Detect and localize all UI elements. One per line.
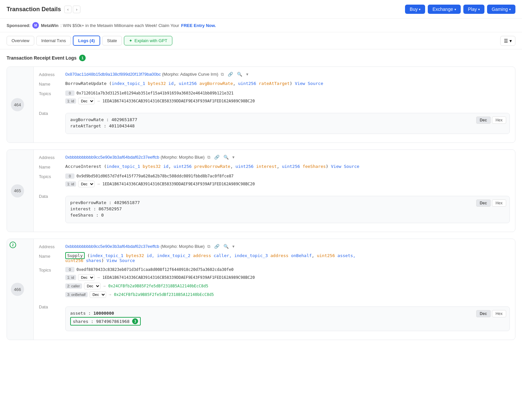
address-link-466[interactable]: 0xbbbbbbbbbb9cc5e90e3b3af64bdaf62c37eeff…	[65, 244, 159, 249]
log-topics-row-466: Topics 0 0xedf8870433c83823eb071d3df1caa…	[39, 267, 510, 300]
view-source-464[interactable]: View Source	[295, 81, 323, 86]
arrow-icon: →	[97, 182, 101, 186]
copy-icon[interactable]: ⧉	[206, 244, 212, 249]
chevron-down-icon[interactable]: ▾	[231, 244, 236, 249]
explain-gpt-label: Explain with GPT	[134, 38, 167, 43]
chevron-down-icon: ▾	[419, 8, 420, 11]
data-buttons-466: Dec Hex	[476, 310, 506, 317]
data-line: rateAtTarget : 4011043448	[70, 123, 505, 128]
log-name-466: Supply (index_topic_1 bytes32 id, index_…	[65, 253, 510, 263]
arrow-icon: →	[108, 292, 112, 297]
metawin-brand: MetaWin	[41, 23, 58, 28]
dec-button[interactable]: Dec	[476, 310, 491, 317]
hex-button[interactable]: Hex	[492, 117, 506, 124]
chevron-down-icon: ▾	[478, 8, 480, 11]
log-name-row-465: Name AccrueInterest (index_topic_1 bytes…	[39, 164, 510, 170]
topic-row: 0 0x9d9bd501d0657d7dfe415f779a620a62b78b…	[65, 173, 510, 179]
sponsored-label: Sponsored:	[7, 23, 30, 28]
tab-internal-txns[interactable]: Internal Txns	[36, 36, 71, 45]
header-left: Transaction Details ‹ ›	[7, 6, 80, 13]
link-icon[interactable]: 🔗	[213, 155, 221, 160]
topic-row: 1: id DecHex → 1EDA1B67414336CAB3914316C…	[65, 98, 510, 104]
data-section-466: Dec Hex assets : 10000000 shares : 98749…	[65, 306, 510, 331]
view-source-465[interactable]: View Source	[331, 164, 359, 169]
view-source-466[interactable]: View Source	[106, 258, 135, 263]
buy-menu-button[interactable]: Buy ▾	[405, 5, 425, 14]
topic-select[interactable]: DecHex	[78, 274, 95, 281]
hex-button[interactable]: Hex	[492, 310, 506, 317]
log-body-466: Address 0xbbbbbbbbbb9cc5e90e3b3af64bdaf6…	[34, 239, 515, 340]
data-line: avgBorrowRate : 4029651877	[70, 117, 505, 122]
log-data-row-466: Data Dec Hex assets : 10000000 shares : …	[39, 304, 510, 331]
section-title-text: Transaction Receipt Event Logs	[7, 55, 76, 61]
play-menu-button[interactable]: Play ▾	[463, 5, 484, 14]
address-link-464[interactable]: 0x870ac11d48b15db9a138cf899d20f13f79ba00…	[65, 72, 161, 77]
address-meta-465: (Morpho: Morpho Blue)	[160, 155, 205, 160]
log-data-row-464: Data Dec Hex avgBorrowRate : 4029651877 …	[39, 110, 510, 134]
link-icon[interactable]: 🔗	[226, 72, 234, 77]
nav-next-button[interactable]: ›	[73, 6, 80, 13]
tabs-right: ☰ ▾	[500, 36, 515, 46]
zoom-icon[interactable]: 🔍	[236, 72, 244, 77]
exchange-menu-button[interactable]: Exchange ▾	[428, 5, 460, 14]
topic-row: 0 0x7120161a7b3d31251e01294ab351ef15a41b…	[65, 91, 510, 96]
sponsored-text: : WIN $50k+ in the Metawin Millionaire e…	[61, 23, 179, 28]
topic-row: 1: id DecHex → 1EDA1B67414336CAB3914316C…	[65, 274, 510, 281]
topic-select[interactable]: DecHex	[84, 283, 101, 289]
log-topics-466: 0 0xedf8870433c83823eb071d3df1caa8d008f1…	[65, 267, 510, 300]
section-title: Transaction Receipt Event Logs 1	[7, 55, 515, 61]
sponsored-link[interactable]: FREE Entry Now.	[181, 23, 216, 28]
topic-row: 3: onBehalf DecHex → 0x24CFBfb2a9B85F2fe…	[65, 291, 510, 298]
badge-1: 1	[79, 55, 86, 61]
chevron-down-icon: ▾	[454, 8, 456, 11]
topic-row: 2: caller DecHex → 0x24CFBfb2a9B85F2fe5d…	[65, 283, 510, 289]
log-name-row-466: Name Supply (index_topic_1 bytes32 id, i…	[39, 253, 510, 263]
chevron-down-icon: ▾	[509, 8, 511, 11]
log-address-row-465: Address 0xbbbbbbbbbb9cc5e90e3b3af64bdaf6…	[39, 154, 510, 160]
arrow-icon: →	[102, 284, 106, 288]
log-name-row-464: Name BorrowRateUpdate (index_topic_1 byt…	[39, 81, 510, 87]
log-name-464: BorrowRateUpdate (index_topic_1 bytes32 …	[65, 81, 510, 86]
topic-row: 1: id DecHex → 1EDA1B67414336CAB3914316C…	[65, 181, 510, 187]
chevron-down-icon[interactable]: ▾	[245, 72, 250, 77]
dec-button[interactable]: Dec	[476, 199, 491, 207]
filter-button[interactable]: ☰ ▾	[500, 36, 515, 46]
zoom-icon[interactable]: 🔍	[222, 244, 230, 249]
log-address-row-466: Address 0xbbbbbbbbbb9cc5e90e3b3af64bdaf6…	[39, 244, 510, 249]
log-number-465: 465	[11, 184, 24, 197]
address-meta-466: (Morpho: Morpho Blue)	[160, 244, 205, 249]
nav-arrows: ‹ ›	[64, 6, 80, 13]
shares-highlight: shares : 9874967861968 3	[70, 317, 141, 326]
copy-icon[interactable]: ⧉	[206, 155, 212, 160]
address-link-465[interactable]: 0xbbbbbbbbbb9cc5e90e3b3af64bdaf62c37eeff…	[65, 155, 159, 160]
link-icon[interactable]: 🔗	[213, 244, 221, 249]
zoom-icon[interactable]: 🔍	[222, 155, 230, 160]
badge-3: 3	[132, 318, 138, 324]
nav-prev-button[interactable]: ‹	[64, 6, 72, 13]
log-topics-465: 0 0x9d9bd501d0657d7dfe415f779a620a62b78b…	[65, 173, 510, 189]
log-entry-464: 464 Address 0x870ac11d48b15db9a138cf899d…	[7, 66, 515, 143]
log-body-464: Address 0x870ac11d48b15db9a138cf899d20f1…	[34, 67, 515, 143]
topic-select[interactable]: DecHex	[78, 181, 95, 187]
copy-icon[interactable]: ⧉	[219, 72, 225, 77]
data-buttons-465: Dec Hex	[476, 199, 506, 207]
address-meta-464: (Morpho: Adaptive Curve Irm)	[162, 72, 218, 77]
tab-state[interactable]: State	[102, 36, 122, 45]
log-topics-464: 0 0x7120161a7b3d31251e01294ab351ef15a41b…	[65, 91, 510, 106]
arrow-icon: →	[97, 99, 101, 103]
topic-select[interactable]: DecHex	[78, 98, 95, 104]
data-line: prevBorrowRate : 4029651877	[70, 200, 505, 205]
tab-overview[interactable]: Overview	[7, 36, 34, 45]
badge-2: 2	[10, 242, 16, 248]
hex-button[interactable]: Hex	[492, 199, 506, 207]
data-section-465: Dec Hex prevBorrowRate : 4029651877 inte…	[65, 196, 510, 223]
log-number-466: 466	[11, 283, 24, 296]
sponsored-bar: Sponsored: M MetaWin : WIN $50k+ in the …	[0, 19, 522, 32]
tab-logs[interactable]: Logs (4)	[73, 36, 100, 46]
chevron-down-icon[interactable]: ▾	[231, 155, 236, 160]
explain-gpt-button[interactable]: ✦ Explain with GPT	[124, 36, 172, 45]
dec-button[interactable]: Dec	[476, 117, 491, 124]
topic-select[interactable]: DecHex	[90, 291, 106, 298]
log-entry-465: 465 Address 0xbbbbbbbbbb9cc5e90e3b3af64b…	[7, 149, 515, 232]
gaming-menu-button[interactable]: Gaming ▾	[487, 5, 515, 14]
